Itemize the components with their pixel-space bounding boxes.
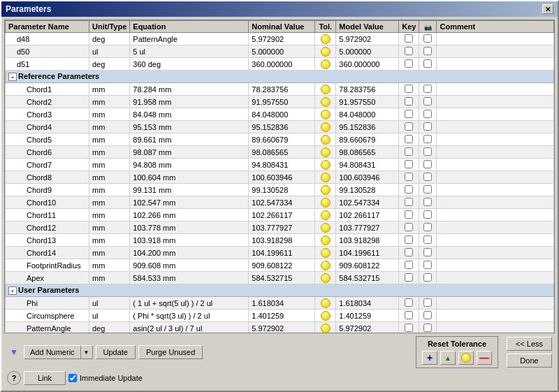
table-row: Apexmm584.533 mm584.532715584.532715 bbox=[6, 272, 554, 284]
tol-circle-icon bbox=[321, 173, 331, 182]
param-nominal-cell: 84.048000 bbox=[249, 108, 315, 121]
param-key-checkbox[interactable] bbox=[405, 47, 413, 55]
param-tol-cell bbox=[315, 222, 336, 234]
param-equation-cell: 584.533 mm bbox=[130, 272, 249, 284]
param-name-cell: Chord10 bbox=[6, 196, 89, 209]
param-nominal-cell: 909.608122 bbox=[249, 259, 315, 272]
param-img-checkbox[interactable] bbox=[423, 223, 432, 231]
param-key-checkbox[interactable] bbox=[405, 210, 413, 219]
add-numeric-dropdown[interactable]: ▼ bbox=[81, 345, 93, 359]
table-row: Chord12mm103.778 mm103.777927103.777927 bbox=[6, 222, 554, 234]
param-comment-cell bbox=[437, 171, 554, 184]
param-img-checkbox[interactable] bbox=[423, 34, 432, 43]
tolerance-up-button[interactable]: ▲ bbox=[440, 351, 456, 365]
param-img-checkbox[interactable] bbox=[423, 273, 432, 282]
param-key-checkbox[interactable] bbox=[405, 34, 413, 43]
param-equation-cell: ( Phi * sqrt(3 ul) ) / 2 ul bbox=[130, 310, 249, 322]
param-key-checkbox[interactable] bbox=[405, 311, 413, 319]
param-name-cell: Chord7 bbox=[6, 159, 89, 171]
param-key-checkbox[interactable] bbox=[405, 248, 413, 256]
param-tol-cell bbox=[315, 259, 336, 272]
param-comment-cell bbox=[437, 45, 554, 58]
immediate-update-checkbox[interactable] bbox=[68, 374, 77, 382]
param-key-checkbox[interactable] bbox=[405, 122, 413, 131]
param-name-cell: d50 bbox=[6, 45, 89, 58]
section-collapse-icon[interactable]: - bbox=[8, 286, 17, 295]
param-tol-cell bbox=[315, 184, 336, 196]
param-key-checkbox[interactable] bbox=[405, 198, 413, 206]
param-key-checkbox[interactable] bbox=[405, 135, 413, 143]
param-img-checkbox[interactable] bbox=[423, 47, 432, 55]
param-key-checkbox[interactable] bbox=[405, 298, 413, 307]
param-key-cell bbox=[399, 58, 419, 71]
param-img-checkbox[interactable] bbox=[423, 110, 432, 118]
param-tol-cell bbox=[315, 297, 336, 310]
param-comment-cell bbox=[437, 272, 554, 284]
param-key-checkbox[interactable] bbox=[405, 147, 413, 156]
param-nominal-cell: 98.086565 bbox=[249, 146, 315, 159]
param-img-checkbox[interactable] bbox=[423, 97, 432, 106]
param-key-checkbox[interactable] bbox=[405, 59, 413, 68]
param-key-checkbox[interactable] bbox=[405, 273, 413, 282]
filter-icon[interactable]: ▼ bbox=[7, 345, 21, 359]
section-header-row: -Reference Parameters bbox=[6, 71, 554, 83]
table-row: Chord13mm103.918 mm103.918298103.918298 bbox=[6, 234, 554, 247]
param-img-checkbox[interactable] bbox=[423, 59, 432, 68]
param-key-checkbox[interactable] bbox=[405, 324, 413, 332]
close-button[interactable]: ✕ bbox=[542, 4, 553, 14]
purge-button[interactable]: Purge Unused bbox=[138, 345, 203, 359]
param-img-checkbox[interactable] bbox=[423, 85, 432, 93]
param-name-cell: Chord14 bbox=[6, 247, 89, 259]
param-nominal-cell: 360.000000 bbox=[249, 58, 315, 71]
param-img-checkbox[interactable] bbox=[423, 261, 432, 269]
tolerance-circle-button[interactable] bbox=[458, 351, 474, 365]
param-key-checkbox[interactable] bbox=[405, 160, 413, 168]
tol-circle-icon bbox=[321, 135, 331, 145]
param-img-checkbox[interactable] bbox=[423, 324, 432, 332]
param-key-checkbox[interactable] bbox=[405, 223, 413, 231]
param-key-checkbox[interactable] bbox=[405, 97, 413, 106]
header-img: 📷 bbox=[419, 21, 437, 33]
param-img-checkbox[interactable] bbox=[423, 173, 432, 181]
add-numeric-button[interactable]: Add Numeric bbox=[24, 345, 81, 359]
param-model-cell: 5.000000 bbox=[336, 45, 399, 58]
param-comment-cell bbox=[437, 234, 554, 247]
param-img-checkbox[interactable] bbox=[423, 235, 432, 244]
param-tol-cell bbox=[315, 96, 336, 108]
param-img-checkbox[interactable] bbox=[423, 147, 432, 156]
param-nominal-cell: 91.957550 bbox=[249, 96, 315, 108]
param-img-checkbox[interactable] bbox=[423, 185, 432, 194]
param-model-cell: 102.266117 bbox=[336, 209, 399, 222]
parameters-table-container[interactable]: Parameter Name Unit/Type Equation Nomina… bbox=[4, 20, 555, 333]
param-img-checkbox[interactable] bbox=[423, 248, 432, 256]
tolerance-plus-button[interactable]: + bbox=[422, 351, 437, 365]
param-key-checkbox[interactable] bbox=[405, 85, 413, 93]
param-img-checkbox[interactable] bbox=[423, 298, 432, 307]
param-model-cell: 360.000000 bbox=[336, 58, 399, 71]
param-img-checkbox[interactable] bbox=[423, 122, 432, 131]
done-button[interactable]: Done bbox=[507, 354, 552, 368]
table-row: Chord10mm102.547 mm102.547334102.547334 bbox=[6, 196, 554, 209]
param-img-cell bbox=[419, 184, 437, 196]
link-button[interactable]: Link bbox=[24, 371, 66, 385]
param-img-checkbox[interactable] bbox=[423, 160, 432, 168]
help-icon[interactable]: ? bbox=[7, 371, 21, 385]
section-collapse-icon[interactable]: - bbox=[8, 73, 17, 81]
param-unit-cell: mm bbox=[89, 83, 130, 96]
param-img-checkbox[interactable] bbox=[423, 135, 432, 143]
param-key-checkbox[interactable] bbox=[405, 110, 413, 118]
param-img-checkbox[interactable] bbox=[423, 198, 432, 206]
param-key-checkbox[interactable] bbox=[405, 261, 413, 269]
param-key-checkbox[interactable] bbox=[405, 173, 413, 181]
param-name-cell: Chord12 bbox=[6, 222, 89, 234]
reset-tolerance-box: Reset Tolerance + ▲ — bbox=[416, 336, 498, 368]
param-img-checkbox[interactable] bbox=[423, 210, 432, 219]
param-key-checkbox[interactable] bbox=[405, 235, 413, 244]
less-button[interactable]: << Less bbox=[507, 337, 552, 351]
update-button[interactable]: Update bbox=[96, 345, 136, 359]
param-img-checkbox[interactable] bbox=[423, 311, 432, 319]
tolerance-minus-button[interactable]: — bbox=[477, 351, 492, 365]
param-name-cell: d48 bbox=[6, 33, 89, 45]
param-key-checkbox[interactable] bbox=[405, 185, 413, 194]
header-key: Key bbox=[399, 21, 419, 33]
